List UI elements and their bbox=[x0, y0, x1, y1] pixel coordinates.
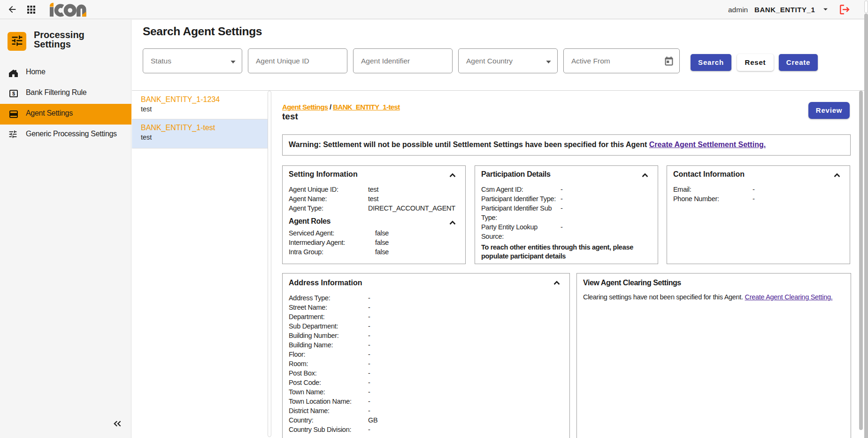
svg-text:$: $ bbox=[12, 91, 15, 96]
